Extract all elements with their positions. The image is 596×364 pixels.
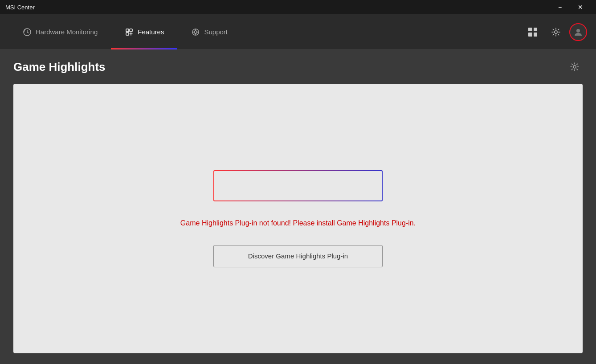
close-button[interactable]: ✕ (570, 0, 591, 14)
page-header: Game Highlights (13, 59, 583, 75)
nav-right (523, 22, 587, 42)
settings-gear-icon (570, 62, 580, 72)
hardware-monitoring-icon (22, 27, 32, 37)
tab-hardware-monitoring[interactable]: Hardware Monitoring (9, 14, 111, 49)
features-icon (124, 27, 134, 37)
gear-icon (551, 27, 561, 37)
title-bar-left: MSI Center (5, 4, 35, 11)
grid-icon (528, 28, 537, 37)
user-icon (573, 27, 583, 37)
support-icon (191, 27, 200, 37)
main-content: Game Highlights Download Game Highlights… (0, 50, 596, 364)
avatar[interactable] (569, 23, 587, 41)
svg-point-12 (573, 65, 576, 68)
svg-point-10 (555, 31, 557, 33)
tab-support-label: Support (204, 28, 228, 36)
title-bar-controls: − ✕ (550, 0, 591, 14)
page-title: Game Highlights (13, 60, 106, 74)
nav-tabs: Hardware Monitoring Features (9, 14, 241, 49)
grid-view-button[interactable] (523, 22, 543, 42)
nav-bar: Hardware Monitoring Features (0, 14, 596, 50)
svg-rect-3 (126, 33, 129, 35)
svg-point-11 (576, 29, 580, 33)
tab-features[interactable]: Features (111, 14, 177, 49)
download-plugin-label: Download Game Highlights Plug-in (246, 182, 350, 189)
tab-support[interactable]: Support (177, 14, 241, 49)
error-message: Game Highlights Plug-in not found! Pleas… (171, 219, 425, 227)
content-area: Download Game Highlights Plug-in Game Hi… (13, 84, 583, 353)
settings-nav-button[interactable] (546, 22, 566, 42)
title-bar: MSI Center − ✕ (0, 0, 596, 14)
discover-plugin-button[interactable]: Discover Game Highlights Plug-in (213, 245, 383, 267)
svg-rect-1 (126, 29, 129, 32)
tab-features-label: Features (138, 28, 164, 36)
minimize-button[interactable]: − (550, 0, 570, 14)
svg-point-5 (194, 31, 197, 33)
download-plugin-button[interactable]: Download Game Highlights Plug-in (213, 170, 383, 201)
tab-hardware-monitoring-label: Hardware Monitoring (36, 28, 98, 36)
avatar-inner (570, 24, 586, 40)
page-settings-button[interactable] (567, 59, 583, 75)
discover-plugin-label: Discover Game Highlights Plug-in (248, 252, 348, 260)
svg-rect-2 (130, 29, 132, 32)
app-title: MSI Center (5, 4, 35, 11)
